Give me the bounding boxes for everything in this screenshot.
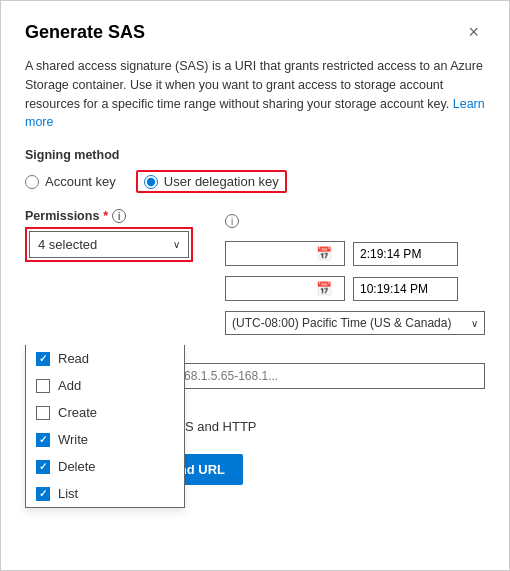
main-layout: Permissions * i 4 selected ∨ Read Add — [25, 209, 485, 345]
permissions-section: Permissions * i 4 selected ∨ Read Add — [25, 209, 205, 345]
start-time-input[interactable]: 2:19:14 PM — [353, 242, 458, 266]
dialog-header: Generate SAS × — [25, 21, 485, 43]
permission-write-item[interactable]: Write — [26, 426, 184, 453]
account-key-option[interactable]: Account key — [25, 174, 116, 189]
permissions-dropdown-menu: Read Add Create Write — [25, 345, 185, 508]
signing-method-section: Signing method Account key User delegati… — [25, 148, 485, 193]
close-button[interactable]: × — [462, 21, 485, 43]
description-body: A shared access signature (SAS) is a URI… — [25, 59, 483, 111]
timezone-select[interactable]: (UTC-08:00) Pacific Time (US & Canada) ∨ — [225, 311, 485, 335]
signing-method-label: Signing method — [25, 148, 485, 162]
start-date-input-wrap: 📅 — [225, 241, 345, 266]
user-delegation-key-radio[interactable] — [144, 175, 158, 189]
signing-method-radio-group: Account key User delegation key — [25, 170, 485, 193]
permissions-label: Permissions * i — [25, 209, 205, 223]
permission-list-checkbox[interactable] — [36, 487, 50, 501]
permissions-dropdown-trigger[interactable]: 4 selected ∨ — [29, 231, 189, 258]
timezone-chevron-icon: ∨ — [471, 318, 478, 329]
description-text: A shared access signature (SAS) is a URI… — [25, 57, 485, 132]
generate-sas-dialog: Generate SAS × A shared access signature… — [0, 0, 510, 571]
permission-create-item[interactable]: Create — [26, 399, 184, 426]
account-key-radio[interactable] — [25, 175, 39, 189]
permission-add-checkbox[interactable] — [36, 379, 50, 393]
permission-list-label: List — [58, 486, 78, 501]
start-datetime-row: 📅 2:19:14 PM — [225, 241, 485, 266]
expiry-date-input[interactable] — [232, 282, 312, 296]
right-content: i 📅 2:19:14 PM 📅 10:19:14 PM ( — [205, 209, 485, 345]
permission-create-label: Create — [58, 405, 97, 420]
account-key-label: Account key — [45, 174, 116, 189]
required-asterisk: * — [103, 209, 108, 223]
permissions-selected-count: 4 selected — [38, 237, 97, 252]
expiry-calendar-icon[interactable]: 📅 — [316, 281, 332, 296]
permission-read-checkbox[interactable] — [36, 352, 50, 366]
permission-add-item[interactable]: Add — [26, 372, 184, 399]
permission-create-checkbox[interactable] — [36, 406, 50, 420]
start-info-icon[interactable]: i — [225, 214, 239, 228]
permissions-label-text: Permissions — [25, 209, 99, 223]
expiry-datetime-row: 📅 10:19:14 PM — [225, 276, 485, 301]
permissions-bordered-container: 4 selected ∨ Read Add Create — [25, 227, 193, 262]
permission-write-label: Write — [58, 432, 88, 447]
permission-read-item[interactable]: Read — [26, 345, 184, 372]
start-calendar-icon[interactable]: 📅 — [316, 246, 332, 261]
permission-list-item[interactable]: List — [26, 480, 184, 507]
expiry-date-input-wrap: 📅 — [225, 276, 345, 301]
permissions-info-icon[interactable]: i — [112, 209, 126, 223]
permission-delete-item[interactable]: Delete — [26, 453, 184, 480]
expiry-time-input[interactable]: 10:19:14 PM — [353, 277, 458, 301]
chevron-down-icon: ∨ — [173, 239, 180, 250]
timezone-label: (UTC-08:00) Pacific Time (US & Canada) — [232, 316, 471, 330]
permission-write-checkbox[interactable] — [36, 433, 50, 447]
permission-delete-checkbox[interactable] — [36, 460, 50, 474]
start-date-input[interactable] — [232, 247, 312, 261]
user-delegation-key-option[interactable]: User delegation key — [136, 170, 287, 193]
permission-delete-label: Delete — [58, 459, 96, 474]
permission-read-label: Read — [58, 351, 89, 366]
dialog-title: Generate SAS — [25, 22, 145, 43]
permission-add-label: Add — [58, 378, 81, 393]
user-delegation-key-label: User delegation key — [164, 174, 279, 189]
